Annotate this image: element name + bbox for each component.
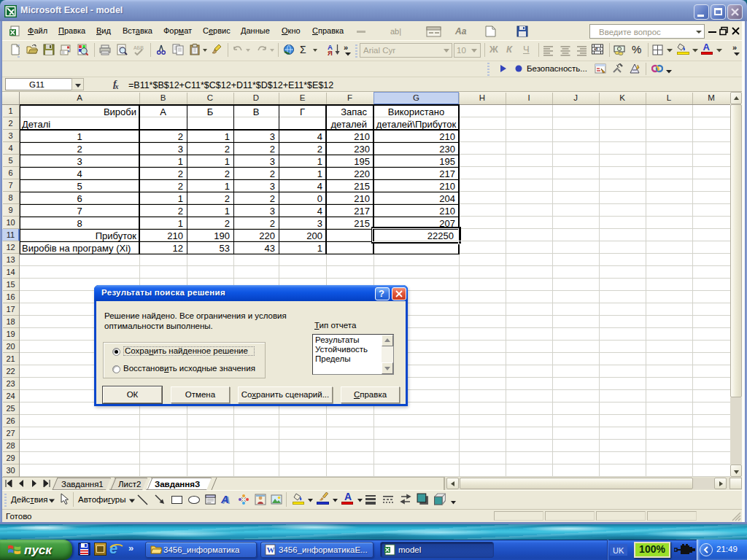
svg-text:W: W [267,545,275,554]
svg-text:АБВ: АБВ [133,45,144,50]
